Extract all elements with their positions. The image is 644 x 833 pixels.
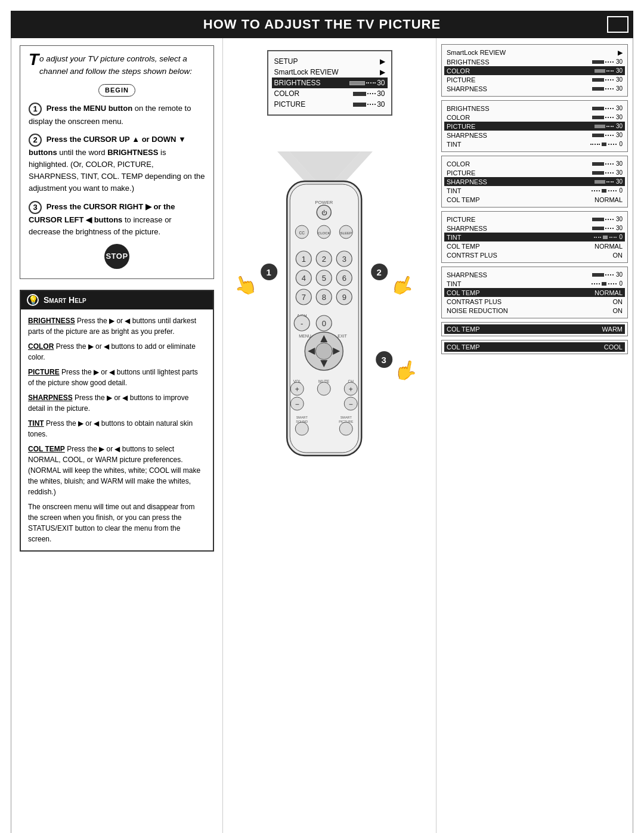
step-3-num: 3 [29,201,42,214]
mp5-row-tint: TINT 0 [447,279,623,288]
svg-text:5: 5 [321,274,326,283]
mp3-row-coltemp: COL TEMP NORMAL [447,195,623,204]
svg-point-62 [339,422,352,435]
step-3-text: Press the CURSOR RIGHT ▶ or the CURSOR L… [29,202,175,236]
sh-term-color: COLOR [28,342,54,351]
svg-text:8: 8 [321,293,326,302]
menu-panel-7-cool: COL TEMP COOL [441,340,628,354]
mp7-row-coltemp-cool: COL TEMP COOL [444,342,625,352]
header-box-decoration [607,16,628,33]
svg-text:+: + [348,385,352,394]
svg-text:9: 9 [342,293,346,302]
smart-help-content: BRIGHTNESS Press the ▶ or ◀ buttons unti… [21,309,213,550]
svg-text:−: − [295,400,299,408]
step-2: 2 Press the CURSOR UP ▲ or DOWN ▼ button… [29,134,205,195]
remote-svg: POWER ⏻ CC CLOCK SLEEP 1 [269,175,379,462]
svg-point-40 [315,343,332,360]
sh-brightness: BRIGHTNESS Press the ▶ or ◀ buttons unti… [28,315,206,337]
svg-text:7: 7 [301,293,305,302]
step-marker-3: 3 [376,351,392,368]
svg-text:EXIT: EXIT [338,334,347,338]
hand-right-icon: 👆 [388,270,418,299]
main-content: T o adjust your TV picture controls, sel… [11,38,633,833]
step-1-text: Press the MENU button on the remote to d… [29,104,191,126]
hand-right-2-icon: 👆 [392,357,420,383]
hand-left-icon: 👆 [230,270,260,299]
mp4-row-tint-highlighted: TINT 0 [444,233,625,241]
svg-text:1: 1 [301,255,305,264]
svg-text:0: 0 [321,319,326,328]
intro-text: T o adjust your TV picture controls, sel… [29,53,205,78]
center-column: SETUP ▶ SmartLock REVIEW ▶ BRIGHTNESS 30… [223,38,436,833]
sh-tint: TINT Press the ▶ or ◀ buttons to obtain … [28,418,206,439]
mp1-row-picture: PICTURE 30 [447,75,623,84]
menu-panel-5: SHARPNESS 30 TINT 0 COL TEMP NORMAL [441,267,628,318]
svg-text:⏻: ⏻ [321,210,327,216]
step-2-text: Press the CURSOR UP ▲ or DOWN ▼ buttons … [29,135,205,193]
mp1-row-smartlock: SmartLock REVIEW ▶ [447,48,623,57]
svg-point-61 [295,422,308,435]
menu-row-brightness-highlighted: BRIGHTNESS 30 [272,78,388,88]
menu-panel-1: SmartLock REVIEW ▶ BRIGHTNESS 30 COLOR 3… [441,44,628,97]
mp1-row-sharpness: SHARPNESS 30 [447,84,623,93]
page-header: HOW TO ADJUST THE TV PICTURE [11,11,633,38]
smart-help-box: 💡 Smart Help BRIGHTNESS Press the ▶ or ◀… [20,290,214,552]
svg-text:MENU: MENU [299,334,311,338]
menu-panel-6-warm: COL TEMP WARM [441,322,628,336]
step-1: 1 Press the MENU button on the remote to… [29,103,205,128]
step-marker-2: 2 [371,264,388,280]
svg-text:CC: CC [299,231,305,235]
svg-text:CLOCK: CLOCK [317,231,330,235]
sh-term-coltemp: COL TEMP [28,445,65,453]
svg-text:2: 2 [321,255,326,264]
menu-row-setup: SETUP ▶ [274,56,385,67]
instruction-box: T o adjust your TV picture controls, sel… [20,45,214,279]
svg-text:3: 3 [342,255,346,264]
mp2-row-color: COLOR 30 [447,113,623,122]
svg-text:-: - [301,319,303,328]
sh-footer: The onscreen menu will time out and disa… [28,501,206,544]
smart-help-header: 💡 Smart Help [21,291,213,309]
begin-badge: BEGIN [98,84,135,97]
mp2-row-sharpness: SHARPNESS 30 [447,131,623,140]
mp5-row-sharpness: SHARPNESS 30 [447,270,623,279]
mp3-row-tint: TINT 0 [447,186,623,195]
sh-term-sharpness: SHARPNESS [28,394,73,402]
sh-coltemp: COL TEMP Press the ▶ or ◀ buttons to sel… [28,444,206,497]
mp2-row-brightness: BRIGHTNESS 30 [447,104,623,113]
mp5-row-coltemp-highlighted: COL TEMP NORMAL [444,288,625,297]
mp2-row-tint: TINT 0 [447,140,623,148]
sh-color: COLOR Press the ▶ or ◀ buttons to add or… [28,341,206,363]
step-1-num: 1 [29,103,42,116]
mp4-row-picture: PICTURE 30 [447,215,623,224]
mp1-row-color-highlighted: COLOR 30 [444,66,625,75]
menu-row-picture: PICTURE 30 [274,99,385,110]
mp4-row-sharpness: SHARPNESS 30 [447,224,623,233]
svg-text:−: − [348,400,352,408]
sh-term-brightness: BRIGHTNESS [28,317,75,325]
mp2-row-picture-highlighted: PICTURE 30 [444,122,625,131]
sh-term-picture: PICTURE [28,368,60,376]
mp6-row-coltemp-warm: COL TEMP WARM [444,324,625,334]
stop-badge: STOP [104,244,129,269]
menu-panel-3: COLOR 30 PICTURE 30 SHARPNESS [441,156,628,208]
bulb-icon: 💡 [27,294,39,306]
mp5-row-noisereduction: NOISE REDUCTION ON [447,306,623,315]
svg-text:POWER: POWER [315,200,333,205]
menu-panel-2: BRIGHTNESS 30 COLOR 30 PICTURE [441,100,628,152]
svg-text:4: 4 [301,274,305,283]
svg-point-50 [317,382,330,395]
menu-row-color: COLOR 30 [274,88,385,99]
mp1-row-brightness: BRIGHTNESS 30 [447,57,623,66]
sh-term-tint: TINT [28,419,44,428]
svg-text:+: + [295,385,299,394]
svg-text:6: 6 [342,274,346,283]
step-marker-1: 1 [261,264,277,280]
svg-text:SLEEP: SLEEP [340,231,351,235]
intro-body: o adjust your TV picture controls, selec… [39,54,192,76]
mp5-row-contrastplus: CONTRAST PLUS ON [447,297,623,306]
svg-text:SMART: SMART [296,416,308,419]
sh-picture: PICTURE Press the ▶ or ◀ buttons until l… [28,367,206,388]
right-column: SmartLock REVIEW ▶ BRIGHTNESS 30 COLOR 3… [436,38,633,833]
mp4-row-coltemp: COL TEMP NORMAL [447,241,623,250]
